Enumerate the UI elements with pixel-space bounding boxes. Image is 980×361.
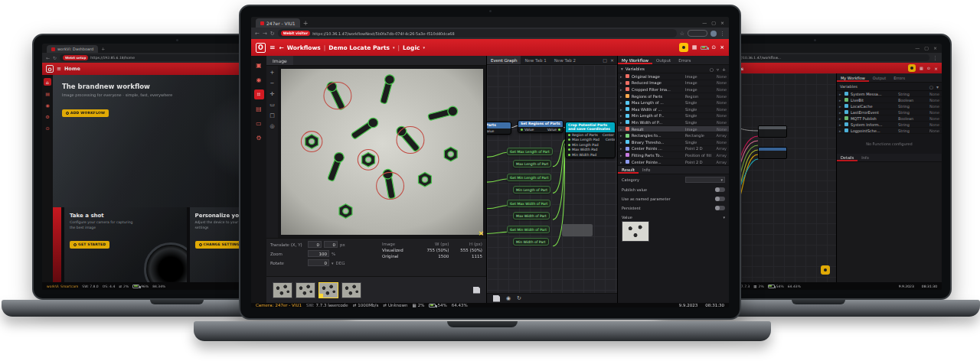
save-image-icon[interactable] <box>473 287 480 294</box>
collapsed-node[interactable] <box>562 224 593 236</box>
expander-icon[interactable]: ▸ <box>620 107 626 112</box>
variable-row[interactable]: ▸Center Pointe...Point 2 DArray <box>618 159 729 166</box>
refresh-icon[interactable]: ↻ <box>517 295 521 301</box>
close-icon[interactable]: × <box>933 45 937 50</box>
image-tool-icon[interactable]: ▣ <box>254 60 264 70</box>
named-parameter-toggle[interactable] <box>715 197 725 201</box>
add-variable-icon[interactable]: + <box>722 67 726 72</box>
power-icon[interactable]: ⊙ <box>927 66 930 70</box>
value-node[interactable]: Min Width of Part <box>513 238 549 246</box>
expander-icon[interactable]: ▸ <box>620 100 626 105</box>
close-icon[interactable]: × <box>720 20 724 25</box>
expander-icon[interactable]: ▸ <box>620 127 626 132</box>
expand-icon[interactable]: ▢ <box>603 57 607 63</box>
settings-tool-icon[interactable]: ⚙ <box>254 133 264 143</box>
camera-image[interactable] <box>281 69 483 235</box>
tab-new-tab-2[interactable]: New Tab 2 <box>550 56 580 64</box>
expander-icon[interactable]: ▸ <box>620 74 626 79</box>
tab-output[interactable]: Output <box>869 73 890 82</box>
chevron-down-icon[interactable]: ▾ <box>332 261 334 265</box>
thumbnail[interactable] <box>296 282 315 298</box>
getter-node[interactable]: Get Min Width of Part <box>507 226 550 233</box>
tab-info[interactable]: Info <box>858 154 872 161</box>
search-icon[interactable]: ○ <box>929 84 933 89</box>
maximize-icon[interactable]: ▢ <box>924 45 929 50</box>
remove-marker-icon[interactable]: × <box>478 229 484 237</box>
tab-info[interactable]: Info <box>639 166 654 174</box>
variable-row[interactable]: ▸System Messa...StringNone <box>837 91 942 97</box>
variable-row[interactable]: ▸LocalCacheStringNone <box>837 103 942 109</box>
new-tab-button[interactable]: + <box>303 20 309 28</box>
pan-icon[interactable]: ✛ <box>270 91 275 97</box>
camera-tool-icon[interactable]: ◉ <box>254 75 264 85</box>
reload-icon[interactable]: ↻ <box>270 31 275 37</box>
tab-my-workflow[interactable]: My Workflow <box>618 56 652 64</box>
nav-logic-select[interactable]: Logic <box>403 44 420 51</box>
expander-icon[interactable]: ▸ <box>620 80 626 85</box>
variable-row[interactable]: ▸LogpointSche...StringNone <box>837 128 942 134</box>
add-node-fab[interactable] <box>821 265 830 275</box>
getter-node[interactable]: Get Min Length of Part <box>507 174 551 181</box>
bookmark-star-icon[interactable]: ☆ <box>680 31 684 37</box>
home-icon[interactable]: ⌂ <box>44 78 51 86</box>
node-set-regions[interactable]: Set Regions of Parts Value Value <box>518 120 564 133</box>
menu-dots-icon[interactable]: ⋮ <box>933 55 938 61</box>
rotate-input[interactable]: 0 <box>308 259 329 266</box>
close-app-icon[interactable]: × <box>720 44 724 50</box>
expander-icon[interactable]: ▸ <box>620 153 626 158</box>
variable-row[interactable]: ▸LiveBitBooleanNone <box>837 97 942 103</box>
expander-icon[interactable]: ▸ <box>620 146 626 151</box>
target-icon[interactable]: ◎ <box>270 123 274 129</box>
getter-node[interactable]: Get Max Width of Part <box>507 200 550 207</box>
power-icon[interactable]: ⊙ <box>711 44 716 50</box>
get-started-button[interactable]: GET STARTED <box>70 241 109 249</box>
thumbnail-selected[interactable] <box>318 282 338 298</box>
settings-icon[interactable]: ⚙ <box>44 112 51 120</box>
card-take-a-shot[interactable]: Take a shot Configure your camera for ca… <box>64 207 187 282</box>
maximize-icon[interactable]: ▢ <box>711 20 716 25</box>
zoom-in-icon[interactable]: + <box>270 70 275 76</box>
variable-row[interactable]: ▸Cropped Filter Ima...ImageNone <box>618 86 729 93</box>
variable-row[interactable]: ▸Original ImageImageNone <box>618 73 729 80</box>
expander-icon[interactable]: ▸ <box>620 133 626 138</box>
folder-tool-icon[interactable]: ▤ <box>254 104 264 114</box>
collapse-icon[interactable]: ▾ <box>621 67 623 71</box>
camera-icon[interactable]: ◉ <box>44 101 51 109</box>
tab-my-workflow[interactable]: My Workflow <box>837 73 869 82</box>
result-value-thumbnail[interactable] <box>622 221 649 242</box>
value-node[interactable]: Min Length of Part <box>513 186 550 194</box>
profile-avatar[interactable] <box>710 31 717 37</box>
expander-icon[interactable]: ▸ <box>620 87 626 92</box>
tab-output[interactable]: Output <box>652 56 675 64</box>
power-rail-icon[interactable]: ⊙ <box>44 124 51 132</box>
persistent-toggle[interactable] <box>715 206 725 210</box>
hamburger-icon[interactable]: ≡ <box>57 66 61 72</box>
tab-result[interactable]: Result <box>618 166 639 174</box>
category-select[interactable]: ▾ <box>685 177 725 183</box>
dashboard-icon[interactable]: ▤ <box>44 89 51 97</box>
tab-errors[interactable]: Errors <box>890 73 909 82</box>
variable-row[interactable]: ▸Fitting Parts To...Position of fittingA… <box>618 152 729 159</box>
snapshot-button[interactable] <box>908 64 916 72</box>
getter-node[interactable]: Get Max Length of Part <box>507 148 553 155</box>
nav-workflow-select[interactable]: Demo Locate Parts <box>328 44 390 51</box>
variable-row[interactable]: ▸LastErrorEventStringNone <box>837 109 942 115</box>
variable-row[interactable]: ▸Min Length of P...SingleNone <box>618 113 729 120</box>
node-crop-parts[interactable]: Crop Potential Parts and save Coordinate… <box>565 122 616 158</box>
thumbnail[interactable] <box>341 282 361 298</box>
new-tab-button[interactable]: + <box>101 45 105 53</box>
browser-tab[interactable]: workVi: Dashboard <box>47 45 98 53</box>
variable-row[interactable]: ▸Rectangles fo...RectangleArray <box>618 132 729 139</box>
expander-icon[interactable]: ▸ <box>620 94 626 99</box>
expander-icon[interactable]: ▸ <box>620 140 626 145</box>
back-icon[interactable]: ← <box>255 31 260 37</box>
add-workflow-button[interactable]: ADD WORKFLOW <box>62 109 109 117</box>
variable-row[interactable]: ▸Max Length of ...SingleNone <box>618 99 729 106</box>
minimize-icon[interactable]: — <box>702 20 707 25</box>
image-stage[interactable]: + − ✛ ▭ □ ◎ <box>266 66 486 238</box>
variable-row[interactable]: ▸Binary Thresho...SingleNone <box>618 139 729 146</box>
zoom-input[interactable]: 100 <box>308 250 329 257</box>
search-icon[interactable]: ○ <box>710 67 714 72</box>
variable-row[interactable]: ▸Center Points ...Point 2 DArray <box>618 146 729 153</box>
variable-row[interactable]: ▸Reduced ImageImageNone <box>618 80 729 87</box>
